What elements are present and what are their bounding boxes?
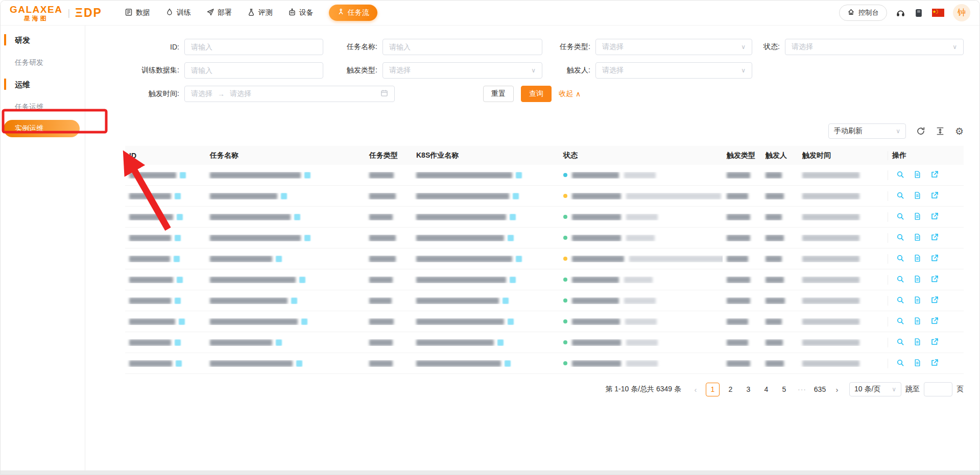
- jump-page-input[interactable]: [924, 382, 952, 396]
- gear-icon[interactable]: ⚙: [955, 126, 964, 137]
- nav-item-eval[interactable]: 评测: [247, 5, 273, 21]
- document-icon[interactable]: [914, 212, 921, 222]
- copy-icon[interactable]: [296, 360, 302, 367]
- copy-icon[interactable]: [513, 193, 519, 199]
- sidebar-item-instance-ops[interactable]: 实例运维: [4, 120, 80, 137]
- page-number-4[interactable]: 4: [759, 383, 773, 396]
- document-icon[interactable]: [914, 275, 921, 285]
- external-link-icon[interactable]: [930, 254, 939, 264]
- copy-icon[interactable]: [177, 214, 183, 220]
- reset-button[interactable]: 重置: [483, 86, 514, 102]
- dataset-input[interactable]: [191, 66, 317, 74]
- search-icon[interactable]: [896, 254, 904, 264]
- copy-icon[interactable]: [505, 360, 511, 367]
- search-icon[interactable]: [896, 233, 904, 243]
- external-link-icon[interactable]: [930, 233, 939, 243]
- copy-icon[interactable]: [294, 214, 300, 220]
- external-link-icon[interactable]: [930, 359, 939, 368]
- refresh-mode-select[interactable]: 手动刷新 ∨: [828, 123, 906, 139]
- page-number-635[interactable]: 635: [813, 383, 827, 396]
- sidebar-item-task-rd[interactable]: 任务研发: [1, 52, 85, 74]
- copy-icon[interactable]: [176, 360, 182, 367]
- search-icon[interactable]: [896, 296, 904, 306]
- page-number-3[interactable]: 3: [742, 383, 755, 396]
- copy-icon[interactable]: [503, 297, 509, 304]
- copy-icon[interactable]: [304, 172, 310, 179]
- document-icon[interactable]: [914, 317, 921, 327]
- copy-icon[interactable]: [497, 339, 504, 346]
- copy-icon[interactable]: [174, 256, 180, 262]
- copy-icon[interactable]: [276, 256, 282, 262]
- external-link-icon[interactable]: [930, 275, 939, 285]
- copy-icon[interactable]: [276, 339, 282, 346]
- copy-icon[interactable]: [508, 235, 514, 241]
- copy-icon[interactable]: [179, 318, 185, 325]
- flag-icon[interactable]: [932, 9, 944, 17]
- document-icon[interactable]: [914, 233, 921, 243]
- row-height-icon[interactable]: [936, 127, 945, 136]
- copy-icon[interactable]: [175, 235, 181, 241]
- external-link-icon[interactable]: [930, 317, 939, 327]
- nav-item-workflow[interactable]: 任务流: [329, 5, 377, 21]
- nav-item-devices[interactable]: 设备: [288, 5, 314, 21]
- external-link-icon[interactable]: [930, 170, 939, 180]
- headset-icon[interactable]: [896, 8, 905, 18]
- search-icon[interactable]: [896, 212, 904, 222]
- copy-icon[interactable]: [301, 318, 307, 325]
- document-icon[interactable]: [914, 254, 921, 264]
- page-number-2[interactable]: 2: [724, 383, 737, 396]
- id-input[interactable]: [191, 43, 317, 51]
- copy-icon[interactable]: [304, 235, 310, 241]
- nav-item-data[interactable]: 数据: [125, 5, 150, 21]
- page-size-select[interactable]: 10 条/页 ∨: [849, 382, 901, 396]
- page-number-1[interactable]: 1: [706, 383, 720, 396]
- task-name-input[interactable]: [389, 43, 536, 51]
- document-icon[interactable]: [914, 191, 921, 201]
- search-icon[interactable]: [896, 170, 904, 180]
- search-icon[interactable]: [896, 317, 904, 327]
- copy-icon[interactable]: [510, 277, 516, 283]
- copy-icon[interactable]: [299, 277, 305, 283]
- document-icon[interactable]: [914, 296, 921, 306]
- external-link-icon[interactable]: [930, 191, 939, 201]
- avatar[interactable]: 钟: [953, 4, 970, 21]
- copy-icon[interactable]: [175, 297, 181, 304]
- refresh-icon[interactable]: [916, 127, 925, 136]
- copy-icon[interactable]: [175, 193, 181, 199]
- sidebar-item-task-ops[interactable]: 任务运维: [1, 96, 85, 118]
- search-icon[interactable]: [896, 338, 904, 347]
- next-page-arrow[interactable]: ›: [831, 385, 843, 394]
- document-icon[interactable]: [914, 338, 921, 347]
- copy-icon[interactable]: [291, 297, 297, 304]
- document-icon[interactable]: [914, 170, 921, 180]
- search-icon[interactable]: [896, 191, 904, 201]
- page-number-5[interactable]: 5: [777, 383, 791, 396]
- external-link-icon[interactable]: [930, 212, 939, 222]
- task-type-select[interactable]: 请选择 ∨: [595, 39, 752, 55]
- copy-icon[interactable]: [508, 318, 514, 325]
- console-button[interactable]: 控制台: [839, 5, 887, 21]
- copy-icon[interactable]: [516, 256, 522, 262]
- copy-icon[interactable]: [175, 339, 181, 346]
- trigger-time-range-picker[interactable]: 请选择 → 请选择: [184, 86, 395, 102]
- copy-icon[interactable]: [281, 193, 287, 199]
- nav-item-training[interactable]: 训练: [165, 5, 191, 21]
- status-select[interactable]: 请选择 ∨: [785, 39, 964, 55]
- collapse-link[interactable]: 收起 ∧: [559, 89, 581, 98]
- search-icon[interactable]: [896, 359, 904, 368]
- trigger-type-select[interactable]: 请选择 ∨: [383, 62, 542, 79]
- query-button[interactable]: 查询: [521, 86, 552, 102]
- cell-id: [125, 193, 206, 199]
- copy-icon[interactable]: [177, 277, 183, 283]
- copy-icon[interactable]: [516, 172, 522, 179]
- nav-item-deploy[interactable]: 部署: [206, 5, 232, 21]
- book-icon[interactable]: [914, 8, 923, 18]
- external-link-icon[interactable]: [930, 338, 939, 347]
- copy-icon[interactable]: [180, 172, 186, 179]
- copy-icon[interactable]: [510, 214, 516, 220]
- document-icon[interactable]: [914, 359, 921, 368]
- prev-page-arrow[interactable]: ‹: [689, 385, 702, 394]
- search-icon[interactable]: [896, 275, 904, 285]
- external-link-icon[interactable]: [930, 296, 939, 306]
- trigger-user-select[interactable]: 请选择 ∨: [595, 62, 752, 79]
